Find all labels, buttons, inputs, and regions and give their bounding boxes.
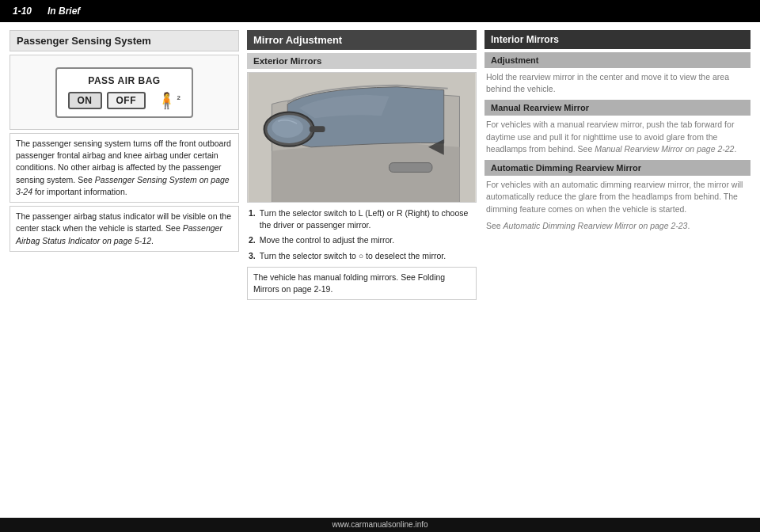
step-2: 2. Move the control to adjust the mirror… xyxy=(249,234,475,246)
manual-mirror-heading: Manual Rearview Mirror xyxy=(484,100,750,116)
step-1-num: 1. xyxy=(249,207,256,231)
airbag-off-btn: OFF xyxy=(107,92,146,109)
step-1: 1. Turn the selector switch to L (Left) … xyxy=(249,207,475,231)
airbag-image-box: PASS AIR BAG ON OFF 🧍2 xyxy=(10,55,239,130)
person-icon: 🧍2 xyxy=(157,91,180,110)
content-area: Passenger Sensing System PASS AIR BAG ON… xyxy=(0,22,760,532)
left-para2: The passenger airbag status indicator wi… xyxy=(10,206,239,252)
step-2-text: Move the control to adjust the mirror. xyxy=(260,234,394,246)
svg-rect-4 xyxy=(310,126,325,132)
page-header: 1-10 In Brief xyxy=(0,0,760,22)
folding-mirrors-note: The vehicle has manual folding mirrors. … xyxy=(247,267,477,300)
auto-dimming-heading: Automatic Dimming Rearview Mirror xyxy=(484,160,750,176)
left-para1: The passenger sensing system turns off t… xyxy=(10,133,239,203)
manual-mirror-text: For vehicles with a manual rearview mirr… xyxy=(484,119,750,155)
exterior-mirrors-heading: Exterior Mirrors xyxy=(247,53,477,69)
airbag-label: PASS AIR BAG xyxy=(68,75,181,86)
mirror-steps: 1. Turn the selector switch to L (Left) … xyxy=(247,207,477,262)
airbag-visual: PASS AIR BAG ON OFF 🧍2 xyxy=(55,67,194,118)
svg-rect-6 xyxy=(390,163,432,173)
step-3-num: 3. xyxy=(249,250,256,262)
airbag-on-btn: ON xyxy=(68,92,102,109)
step-3-text: Turn the selector switch to ○ to deselec… xyxy=(260,250,446,262)
left-column: Passenger Sensing System PASS AIR BAG ON… xyxy=(10,30,239,526)
left-para1-end: for important information. xyxy=(32,187,127,196)
right-column: Interior Mirrors Adjustment Hold the rea… xyxy=(484,30,750,526)
middle-column: Mirror Adjustment Exterior Mirrors xyxy=(247,30,477,526)
step-1-text: Turn the selector switch to L (Left) or … xyxy=(260,207,475,231)
step-2-num: 2. xyxy=(249,234,256,246)
auto-dimming-footer: See Automatic Dimming Rearview Mirror on… xyxy=(484,220,750,232)
adjustment-text: Hold the rearview mirror in the center a… xyxy=(484,71,750,95)
website-footer: www.carmanualsonline.info xyxy=(0,518,760,532)
left-heading-text: Passenger Sensing System xyxy=(17,35,151,47)
section-title: In Brief xyxy=(48,6,80,17)
page-number: 1-10 xyxy=(13,6,32,17)
auto-dimming-text: For vehicles with an automatic dimming r… xyxy=(484,179,750,215)
mirror-illustration xyxy=(247,72,477,203)
left-para2-end: . xyxy=(151,236,154,245)
adjustment-heading: Adjustment xyxy=(484,52,750,68)
mid-section-heading: Mirror Adjustment xyxy=(247,30,477,50)
mid-heading-text: Mirror Adjustment xyxy=(253,34,342,46)
interior-mirrors-heading: Interior Mirrors xyxy=(484,30,750,49)
step-3: 3. Turn the selector switch to ○ to dese… xyxy=(249,250,475,262)
airbag-buttons-row: ON OFF 🧍2 xyxy=(68,91,181,110)
mirror-svg xyxy=(248,73,476,202)
left-section-heading: Passenger Sensing System xyxy=(10,30,239,51)
